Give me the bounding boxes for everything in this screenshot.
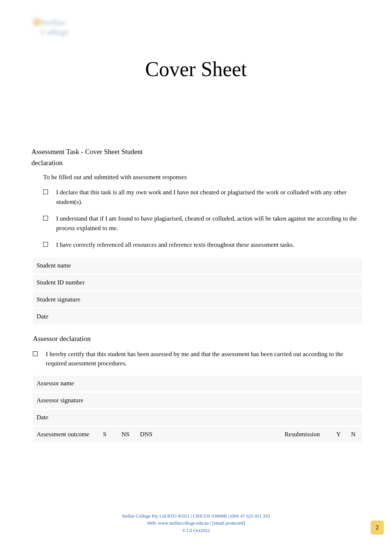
resubmission-n[interactable]: N: [347, 426, 362, 443]
table-row: Assessor name: [33, 375, 362, 392]
resubmission-label: Resubmission: [281, 426, 333, 443]
checklist-text: I declare that this task is all my own w…: [56, 188, 361, 207]
outcome-row: Assessment outcome S NS DNS Resubmission…: [33, 426, 362, 443]
assessor-signature-field[interactable]: [99, 392, 362, 409]
checkbox-icon[interactable]: [33, 351, 38, 356]
page-number-badge: 2: [371, 521, 384, 535]
checkbox-icon[interactable]: [43, 216, 48, 221]
page-number: 2: [376, 524, 379, 531]
footer: Stellar College Pty Ltd RTO 45551 | CRIC…: [0, 512, 392, 534]
student-name-label: Student name: [33, 257, 99, 274]
student-signature-label: Student signature: [33, 291, 99, 308]
checkbox-icon[interactable]: [43, 190, 48, 194]
footer-line1: Stellar College Pty Ltd RTO 45551 | CRIC…: [0, 512, 392, 520]
student-id-field[interactable]: [99, 274, 362, 291]
assessor-declaration-heading: Assessor declaration: [33, 335, 361, 343]
student-signature-field[interactable]: [99, 291, 362, 308]
checklist-text: I have correctly referenced all resource…: [56, 240, 294, 250]
footer-line2: Web: www.stellarcollege.edu.au | [email …: [0, 519, 392, 527]
assessor-name-field[interactable]: [99, 375, 362, 392]
student-details-table: Student name Student ID number Student s…: [33, 257, 362, 325]
page-title: Cover Sheet: [0, 57, 392, 81]
footer-line3: V.1.0 Oct2022: [0, 527, 392, 534]
outcome-s[interactable]: S: [99, 426, 118, 443]
table-row: Student signature: [33, 291, 362, 308]
assessment-outcome-label: Assessment outcome: [33, 426, 99, 443]
table-row: Student ID number: [33, 274, 362, 291]
student-id-label: Student ID number: [33, 274, 99, 291]
logo-text: Stellar College: [41, 18, 90, 37]
student-checklist-item: I understand that if I am found to have …: [43, 214, 361, 233]
student-checklist: I declare that this task is all my own w…: [43, 188, 361, 250]
assessor-name-label: Assessor name: [33, 375, 99, 392]
table-row: Student name: [33, 257, 362, 274]
assessor-checklist-item: I hereby certify that this student has b…: [33, 349, 361, 368]
table-row: Assessor signature: [33, 392, 362, 409]
student-checklist-item: I declare that this task is all my own w…: [43, 188, 361, 207]
student-name-field[interactable]: [99, 257, 362, 274]
outcome-dns[interactable]: DNS: [136, 426, 156, 443]
student-date-label: Date: [33, 308, 99, 325]
content-area: Assessment Task - Cover Sheet Student de…: [31, 148, 361, 443]
resubmission-y[interactable]: Y: [333, 426, 347, 443]
assessor-signature-label: Assessor signature: [33, 392, 99, 409]
logo: Stellar College: [31, 15, 90, 37]
outcome-ns[interactable]: NS: [118, 426, 136, 443]
checklist-text: I understand that if I am found to have …: [56, 214, 361, 233]
assessor-details-table: Assessor name Assessor signature Date As…: [33, 375, 362, 443]
outcome-gap: [156, 426, 281, 443]
student-checklist-item: I have correctly referenced all resource…: [43, 240, 361, 250]
assessor-date-label: Date: [33, 409, 99, 426]
student-declaration-heading: Assessment Task - Cover Sheet Student: [31, 148, 361, 156]
checklist-text: I hereby certify that this student has b…: [46, 349, 361, 368]
table-row: Date: [33, 409, 362, 426]
student-date-field[interactable]: [99, 308, 362, 325]
checkbox-icon[interactable]: [43, 242, 48, 247]
table-row: Date: [33, 308, 362, 325]
assessor-checklist: I hereby certify that this student has b…: [33, 349, 361, 368]
declaration-subheading: declaration: [31, 159, 361, 167]
instruction-text: To be filled out and submitted with asse…: [43, 174, 361, 181]
assessor-date-field[interactable]: [99, 409, 362, 426]
